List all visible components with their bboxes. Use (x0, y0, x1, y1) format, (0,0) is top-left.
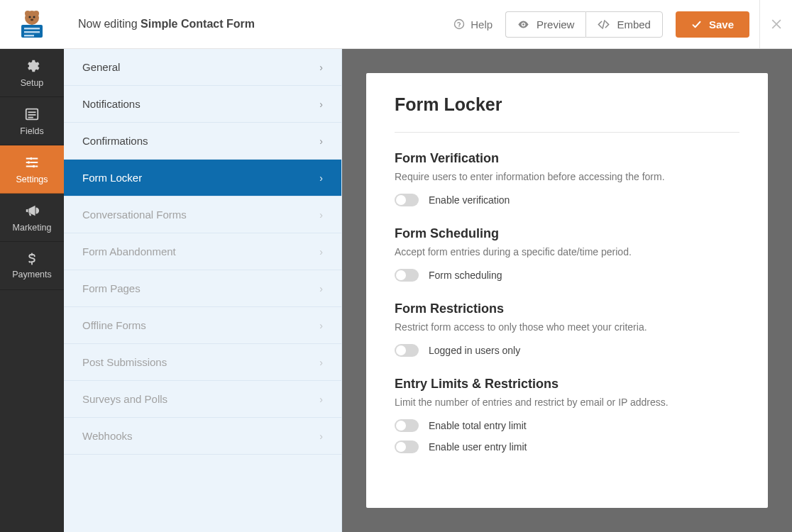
switch-icon (395, 194, 419, 206)
rail-item-fields[interactable]: Fields (0, 97, 64, 145)
top-bar: Now editing Simple Contact Form Help Pre… (0, 0, 792, 49)
sub-item-form-pages[interactable]: Form Pages › (64, 270, 341, 307)
settings-subpanel: General › Notifications › Confirmations … (64, 49, 342, 532)
rail-item-setup[interactable]: Setup (0, 49, 64, 97)
section-description: Require users to enter information befor… (395, 171, 739, 182)
sub-item-general[interactable]: General › (64, 49, 341, 86)
svg-point-18 (33, 165, 35, 167)
section-entry-limits: Entry Limits & Restrictions Limit the nu… (395, 377, 739, 453)
left-rail: Setup Fields Settings Marketing Payments (0, 49, 64, 532)
form-fields-icon (24, 106, 40, 122)
gear-icon (24, 58, 40, 74)
sub-item-label: Surveys and Polls (82, 393, 167, 405)
toggle-total-entry-limit[interactable]: Enable total entry limit (395, 419, 739, 432)
sub-item-webhooks[interactable]: Webhooks › (64, 418, 341, 455)
preview-embed-group: Preview Embed (505, 11, 663, 38)
svg-point-16 (30, 157, 33, 160)
preview-button[interactable]: Preview (505, 11, 585, 38)
editing-prefix: Now editing (78, 18, 141, 30)
toggle-form-scheduling[interactable]: Form scheduling (395, 269, 739, 282)
code-icon (598, 18, 610, 31)
sub-item-form-abandonment[interactable]: Form Abandonment › (64, 233, 341, 270)
rail-item-marketing[interactable]: Marketing (0, 194, 64, 242)
chevron-right-icon: › (319, 357, 323, 368)
rail-label: Marketing (13, 223, 52, 233)
sub-item-label: Notifications (82, 98, 141, 110)
svg-rect-15 (28, 116, 33, 118)
content-wrap: Form Locker Form Verification Require us… (342, 49, 792, 532)
divider (395, 132, 739, 133)
svg-rect-8 (24, 31, 40, 33)
section-heading: Form Restrictions (395, 301, 739, 316)
toggle-user-entry-limit[interactable]: Enable user entry limit (395, 440, 739, 453)
section-heading: Form Verification (395, 151, 739, 166)
eye-icon (517, 18, 529, 31)
form-name: Simple Contact Form (141, 18, 255, 30)
sub-item-label: Form Pages (82, 282, 141, 294)
section-description: Limit the number of entries and restrict… (395, 397, 739, 408)
sliders-icon (24, 155, 40, 170)
help-icon (453, 18, 465, 30)
switch-icon (395, 419, 419, 432)
svg-point-10 (455, 20, 464, 29)
svg-point-11 (459, 26, 460, 27)
svg-rect-7 (24, 28, 40, 29)
svg-point-3 (28, 16, 31, 18)
sub-item-notifications[interactable]: Notifications › (64, 86, 341, 123)
sub-item-label: Conversational Forms (82, 209, 187, 221)
switch-icon (395, 269, 419, 282)
settings-card: Form Locker Form Verification Require us… (366, 73, 768, 508)
section-heading: Entry Limits & Restrictions (395, 377, 739, 392)
sub-item-confirmations[interactable]: Confirmations › (64, 123, 341, 160)
chevron-right-icon: › (319, 320, 323, 331)
rail-label: Setup (21, 78, 44, 88)
close-editor-button[interactable] (759, 0, 792, 49)
section-form-restrictions: Form Restrictions Restrict form access t… (395, 301, 739, 357)
toggle-logged-in-users-only[interactable]: Logged in users only (395, 344, 739, 357)
rail-label: Settings (16, 174, 48, 184)
section-description: Restrict form access to only those who m… (395, 321, 739, 333)
wpforms-logo-icon (16, 8, 48, 40)
rail-item-payments[interactable]: Payments (0, 242, 64, 290)
section-heading: Form Scheduling (395, 226, 739, 241)
svg-point-5 (31, 19, 33, 21)
sub-item-label: Form Abandonment (82, 245, 176, 257)
embed-button[interactable]: Embed (585, 11, 663, 38)
chevron-right-icon: › (319, 172, 323, 184)
sub-item-conversational-forms[interactable]: Conversational Forms › (64, 196, 341, 233)
chevron-right-icon: › (319, 431, 323, 442)
sub-item-offline-forms[interactable]: Offline Forms › (64, 307, 341, 344)
sub-item-post-submissions[interactable]: Post Submissions › (64, 344, 341, 381)
chevron-right-icon: › (319, 135, 323, 147)
sub-item-form-locker[interactable]: Form Locker › (64, 160, 341, 196)
sub-item-surveys-polls[interactable]: Surveys and Polls › (64, 381, 341, 418)
chevron-right-icon: › (319, 246, 323, 257)
chevron-right-icon: › (319, 394, 323, 405)
svg-point-17 (28, 161, 31, 164)
rail-item-settings[interactable]: Settings (0, 145, 64, 194)
main-area: Setup Fields Settings Marketing Payments (0, 49, 792, 532)
toggle-label: Logged in users only (429, 345, 520, 356)
toggle-enable-verification[interactable]: Enable verification (395, 194, 739, 206)
chevron-right-icon: › (319, 62, 323, 73)
toggle-label: Enable total entry limit (429, 420, 527, 431)
rail-label: Fields (20, 126, 43, 136)
section-form-verification: Form Verification Require users to enter… (395, 151, 739, 206)
help-link[interactable]: Help (453, 18, 493, 31)
save-button[interactable]: Save (676, 11, 749, 38)
bullhorn-icon (24, 203, 40, 218)
toggle-label: Enable user entry limit (429, 441, 527, 453)
svg-rect-14 (28, 114, 36, 116)
check-icon (691, 19, 702, 30)
svg-rect-13 (28, 111, 36, 113)
chevron-right-icon: › (319, 283, 323, 294)
page-title: Form Locker (395, 94, 739, 115)
sub-item-label: Post Submissions (82, 356, 167, 368)
sub-item-label: Webhooks (82, 430, 133, 442)
preview-label: Preview (537, 18, 574, 31)
help-text: Help (471, 18, 493, 31)
svg-rect-9 (24, 35, 34, 36)
switch-icon (395, 344, 419, 357)
svg-point-2 (33, 11, 39, 16)
svg-point-1 (25, 11, 31, 16)
